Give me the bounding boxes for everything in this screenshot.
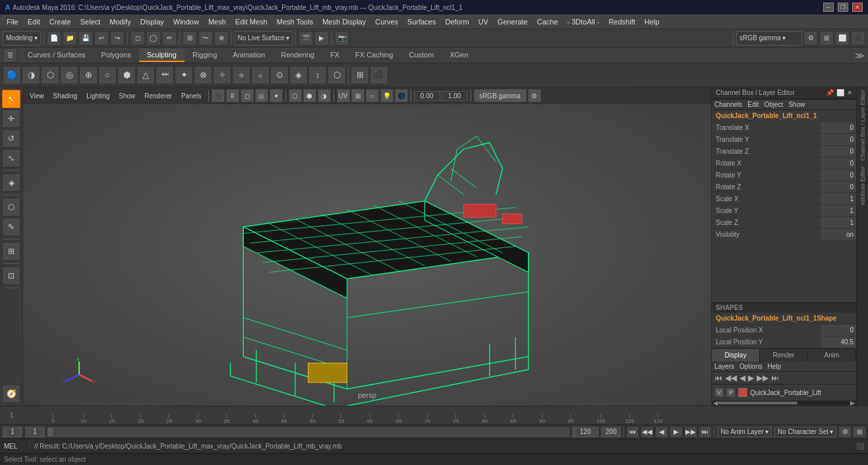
timeline[interactable]: 1 51015202530354045505560657075808590951… [0, 406, 868, 424]
select-tool-btn[interactable]: ↖ [2, 90, 20, 108]
menu-item-file[interactable]: File [3, 16, 22, 27]
tool-17[interactable]: ↕ [308, 66, 327, 84]
channel-value[interactable]: 0 [820, 146, 856, 157]
toolbar-grid-btn[interactable]: ⊞ [819, 31, 834, 46]
range-end2[interactable]: 200 [601, 427, 621, 437]
color-profile-icon[interactable]: sRGB gamma [474, 89, 527, 102]
tool-11[interactable]: ⊗ [194, 66, 212, 84]
color-settings-btn[interactable]: ⚙ [803, 31, 818, 46]
pb-prev-key[interactable]: ◀◀ [641, 427, 653, 437]
lighting-menu[interactable]: Lighting [82, 91, 113, 101]
shading-menu[interactable]: Shading [49, 91, 82, 101]
tool-19[interactable]: ⊞ [351, 66, 369, 84]
pb-prev[interactable]: ◀ [656, 427, 668, 437]
tab-fx-caching[interactable]: FX Caching [347, 49, 401, 62]
menu-item-curves[interactable]: Curves [371, 16, 402, 27]
tool-15[interactable]: ⊙ [270, 66, 289, 84]
channel-value[interactable]: 1 [820, 217, 856, 228]
tool-18[interactable]: ⬡ [328, 66, 346, 84]
cb-menu-channels[interactable]: Channels [714, 101, 742, 108]
tool-8[interactable]: △ [136, 66, 155, 84]
menu-item-mesh[interactable]: Mesh [204, 16, 230, 27]
tab-curves---surfaces[interactable]: Curves / Surfaces [20, 49, 93, 62]
tool-16[interactable]: ◈ [289, 66, 308, 84]
tab-animation[interactable]: Animation [225, 49, 273, 62]
shape-channel-value[interactable]: 40.5 [820, 336, 856, 348]
cb-bottom-tab-anim[interactable]: Anim [808, 349, 856, 361]
show-manip-btn[interactable]: ⊞ [2, 242, 20, 261]
tab-more-btn[interactable]: ≫ [854, 49, 865, 61]
tab-custom[interactable]: Custom [401, 49, 442, 62]
shadow-icon[interactable]: 🌑 [395, 89, 408, 102]
minimize-button[interactable]: ─ [823, 3, 834, 12]
tab-sculpting[interactable]: Sculpting [139, 49, 185, 62]
layer-playback-btn[interactable]: P [726, 388, 736, 397]
menu-item-deform[interactable]: Deform [441, 16, 473, 27]
menu-item-edit[interactable]: Edit [24, 16, 44, 27]
orbit-btn[interactable]: 🧭 [2, 385, 20, 403]
menu-item-surfaces[interactable]: Surfaces [403, 16, 440, 27]
toolbar-panel-btn[interactable]: ⬜ [835, 31, 850, 46]
pb-extra-btn[interactable]: ⊞ [854, 427, 865, 437]
menu-item-window[interactable]: Window [169, 16, 203, 27]
cb-nav-next2[interactable]: ▶▶ [757, 373, 768, 383]
channel-value[interactable]: 0 [820, 158, 856, 169]
paint-btn[interactable]: ✏ [162, 31, 177, 46]
char-set-dropdown[interactable]: No Character Set ▾ [774, 427, 836, 437]
smooth-icon[interactable]: ◑ [318, 89, 331, 102]
channel-value[interactable]: 0 [820, 122, 856, 133]
channel-value[interactable]: 1 [820, 193, 856, 204]
menu-item-mesh-display[interactable]: Mesh Display [318, 16, 370, 27]
menu-item-edit-mesh[interactable]: Edit Mesh [231, 16, 272, 27]
cb-menu-show[interactable]: Show [788, 101, 805, 108]
pb-play-fwd[interactable]: ▶ [670, 427, 682, 437]
ipr-btn[interactable]: ▶ [314, 31, 329, 46]
undo-btn[interactable]: ↩ [94, 31, 109, 46]
tool-20[interactable]: ⬛ [370, 66, 388, 84]
menu-item-redshift[interactable]: Redshift [604, 16, 639, 27]
toolbar-extra-btn[interactable]: ⬛ [851, 31, 865, 46]
tool-4[interactable]: ◎ [60, 66, 78, 84]
tool-2[interactable]: ◑ [22, 66, 40, 84]
display-icon[interactable]: ⬡ [289, 89, 302, 102]
offset-value[interactable]: 0.00 [414, 91, 440, 101]
channel-value[interactable]: 0 [820, 170, 856, 181]
cb-nav-prev2[interactable]: ◀◀ [725, 373, 737, 383]
close-button[interactable]: ✕ [852, 3, 863, 12]
pb-last[interactable]: ⏭ [699, 427, 711, 437]
menu-toggle-btn[interactable]: ☰ [3, 48, 17, 63]
tool-6[interactable]: ○ [98, 66, 117, 84]
channel-value[interactable]: 0 [820, 181, 856, 193]
cb-nav-last[interactable]: ⏭ [771, 373, 779, 383]
tool-5[interactable]: ⊕ [79, 66, 98, 84]
snap-grid-btn[interactable]: ⊞ [183, 31, 197, 46]
crease-icon[interactable]: ⊞ [351, 89, 364, 102]
channel-value[interactable]: on [820, 229, 856, 240]
layer-visibility-btn[interactable]: V [714, 388, 724, 397]
time-slider[interactable] [47, 427, 569, 437]
universal-tool-btn[interactable]: ◈ [2, 173, 20, 192]
cam-icon[interactable]: 🎥 [212, 89, 225, 102]
move-tool-btn[interactable]: ✛ [2, 109, 20, 128]
pb-settings-btn[interactable]: ⚙ [839, 427, 851, 437]
snap-btn[interactable]: ⊡ [2, 266, 20, 285]
grid-icon[interactable]: # [226, 89, 239, 102]
scale-value[interactable]: 1.00 [442, 91, 468, 101]
pb-first[interactable]: ⏮ [627, 427, 639, 437]
save-file-btn[interactable]: 💾 [78, 31, 93, 46]
menu-item---3dtoall--[interactable]: - 3DtoAll - [564, 16, 604, 27]
mode-dropdown[interactable]: Modeling ▾ [3, 31, 41, 46]
cb-close-btn[interactable]: ✕ [847, 89, 852, 96]
channel-value[interactable]: 0 [820, 134, 856, 145]
menu-item-display[interactable]: Display [136, 16, 168, 27]
frame-box[interactable]: 1 [25, 427, 45, 437]
select-btn[interactable]: ◻ [130, 31, 145, 46]
cb-nav-first[interactable]: ⏮ [714, 373, 722, 383]
open-file-btn[interactable]: 📁 [63, 31, 77, 46]
display2-icon[interactable]: ⬢ [303, 89, 316, 102]
tab-xgen[interactable]: XGen [442, 49, 476, 62]
wire-icon[interactable]: ◻ [241, 89, 254, 102]
new-file-btn[interactable]: 📄 [47, 31, 61, 46]
menu-item-mesh-tools[interactable]: Mesh Tools [273, 16, 317, 27]
cb-bottom-tab-display[interactable]: Display [712, 349, 760, 361]
